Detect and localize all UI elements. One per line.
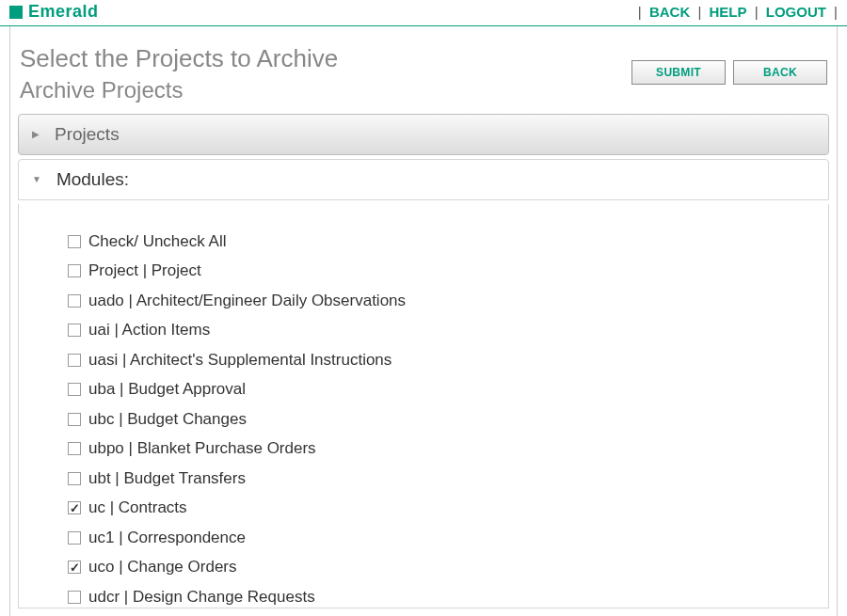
module-checkbox[interactable] <box>68 264 81 277</box>
module-label: udcr | Design Change Requests <box>88 585 315 608</box>
module-row: ubc | Budget Changes <box>68 404 828 434</box>
brand-square-icon <box>9 6 23 19</box>
module-row: ubt | Budget Transfers <box>68 464 828 494</box>
module-row: uai | Action Items <box>68 315 828 345</box>
module-label: ubt | Budget Transfers <box>88 466 246 491</box>
nav-logout-link[interactable]: LOGOUT <box>762 4 830 20</box>
module-row: ubpo | Blanket Purchase Orders <box>68 434 828 464</box>
top-links: | BACK | HELP | LOGOUT | <box>638 4 838 20</box>
module-checkbox[interactable] <box>68 294 81 308</box>
chevron-right-icon: ▶ <box>32 129 40 139</box>
module-row: Project | Project <box>68 256 828 286</box>
module-label: uado | Architect/Engineer Daily Observat… <box>88 289 406 313</box>
module-label: uc | Contracts <box>88 496 187 520</box>
module-label: uai | Action Items <box>88 318 210 342</box>
separator: | <box>638 4 646 20</box>
nav-back-link[interactable]: BACK <box>646 4 694 20</box>
module-row: uc | Contracts <box>68 493 828 523</box>
back-button[interactable]: BACK <box>733 60 827 85</box>
module-checkbox[interactable] <box>68 235 81 248</box>
module-checkbox[interactable] <box>68 591 81 604</box>
accordion-projects-header[interactable]: ▶ Projects <box>18 114 829 155</box>
module-checkbox[interactable] <box>68 531 81 545</box>
module-label: Project | Project <box>88 259 201 283</box>
module-row: uco | Change Orders <box>68 552 828 582</box>
module-label: Check/ Uncheck All <box>88 229 226 254</box>
page-header: Select the Projects to Archive Archive P… <box>18 38 829 114</box>
accordion-modules-header[interactable]: ▼ Modules: <box>18 159 829 200</box>
module-label: uasi | Architect's Supplemental Instruct… <box>88 348 392 372</box>
action-buttons: SUBMIT BACK <box>631 60 827 85</box>
separator: | <box>755 4 762 20</box>
accordion-modules-label: Modules: <box>56 169 129 190</box>
chevron-down-icon: ▼ <box>32 174 41 184</box>
module-checkbox[interactable] <box>68 442 81 455</box>
top-bar: Emerald | BACK | HELP | LOGOUT | <box>0 0 847 26</box>
module-row: Check/ Uncheck All <box>68 227 828 257</box>
content-area: Select the Projects to Archive Archive P… <box>9 26 838 616</box>
accordion-projects-label: Projects <box>55 124 120 145</box>
module-checkbox[interactable] <box>68 472 81 485</box>
separator: | <box>834 4 838 20</box>
module-row: uba | Budget Approval <box>68 374 828 404</box>
module-row: uc1 | Correspondence <box>68 523 828 553</box>
page-title: Select the Projects to Archive <box>20 43 338 75</box>
module-checkbox[interactable] <box>68 354 81 367</box>
brand-logo: Emerald <box>9 2 99 22</box>
module-label: uco | Change Orders <box>88 555 237 579</box>
module-checkbox[interactable] <box>68 324 81 337</box>
title-block: Select the Projects to Archive Archive P… <box>20 43 338 104</box>
module-label: ubc | Budget Changes <box>88 407 247 432</box>
module-label: uc1 | Correspondence <box>88 526 246 550</box>
module-checkbox[interactable] <box>68 413 81 426</box>
module-checkbox[interactable] <box>68 383 81 396</box>
page-subtitle: Archive Projects <box>20 75 338 104</box>
module-row: udcr | Design Change Requests <box>68 582 828 608</box>
module-row: uado | Architect/Engineer Daily Observat… <box>68 286 828 316</box>
module-label: uba | Budget Approval <box>88 377 246 402</box>
module-checkbox[interactable] <box>68 501 81 514</box>
accordion-modules-body: Check/ Uncheck AllProject | Projectuado … <box>18 204 829 608</box>
nav-help-link[interactable]: HELP <box>705 4 750 20</box>
submit-button[interactable]: SUBMIT <box>631 60 726 85</box>
brand-name: Emerald <box>28 2 99 22</box>
module-row: uasi | Architect's Supplemental Instruct… <box>68 345 828 375</box>
module-label: ubpo | Blanket Purchase Orders <box>88 436 316 461</box>
module-checkbox[interactable] <box>68 561 81 574</box>
